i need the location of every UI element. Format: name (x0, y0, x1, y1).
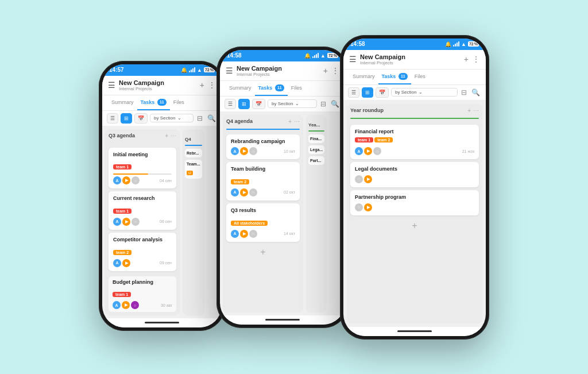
tab-tasks-left[interactable]: Tasks 11 (137, 95, 170, 110)
tag-budget: team 1 (113, 292, 131, 297)
filter-icon-r[interactable]: ⊟ (460, 87, 468, 98)
wifi-icon-m: ▲ (320, 53, 326, 59)
app-title-left: New Campaign (119, 79, 200, 86)
more-icon-left[interactable]: ⋮ (208, 80, 216, 90)
col-add-q4[interactable]: + (288, 118, 292, 125)
tab-tasks-m[interactable]: Tasks 11 (255, 81, 288, 96)
tab-tasks-r[interactable]: Tasks 11 (378, 70, 411, 84)
list-view-btn-r[interactable]: ☰ (348, 87, 359, 98)
signal-icon-r (453, 41, 459, 47)
menu-icon-r[interactable]: ☰ (349, 55, 357, 64)
section-label-m: by Section (272, 101, 293, 106)
date-budget: 30 авг (161, 303, 172, 307)
avatar-qr3: ○ (249, 230, 257, 238)
list-view-btn-m[interactable]: ☰ (225, 99, 236, 109)
tab-files-r[interactable]: Files (411, 70, 429, 84)
section-select-m[interactable]: by Section ⌄ (268, 99, 317, 108)
tab-files-m[interactable]: Files (288, 82, 305, 95)
more-icon-m[interactable]: ⋮ (331, 66, 339, 75)
card-q3-results[interactable]: Q3 results All stakeholders A ▶ ○ 14 окт (226, 203, 300, 242)
add-icon-left[interactable]: + (200, 80, 204, 90)
col-add-year[interactable]: + (467, 107, 471, 114)
avatar-rb1: A (231, 147, 239, 155)
more-icon-r[interactable]: ⋮ (472, 55, 480, 64)
board-view-btn-left[interactable]: ⊞ (121, 113, 132, 124)
status-bar-middle: 14:58 🔔 ▲ 72% (220, 50, 345, 61)
board-view-btn-r[interactable]: ⊞ (362, 87, 373, 98)
add-card-year[interactable]: + (350, 218, 479, 233)
tabs-middle: Summary Tasks 11 Files (220, 81, 345, 97)
menu-icon-m[interactable]: ☰ (226, 66, 233, 75)
card-budget[interactable]: Budget planning team 1 A ▶ ○ 30 авг (109, 276, 176, 313)
menu-icon-left[interactable]: ☰ (108, 80, 115, 90)
progress-initial (113, 173, 172, 175)
chevron-icon-left: ⌄ (177, 115, 181, 121)
filter-icon-left[interactable]: ⊟ (196, 113, 204, 124)
search-icon-m[interactable]: 🔍 (330, 99, 341, 109)
add-card-q4[interactable]: + (226, 245, 300, 260)
section-select-r[interactable]: by Section ⌄ (391, 88, 458, 97)
battery-r: 72% (468, 41, 479, 47)
avatar-tb3: ○ (249, 188, 257, 196)
toolbar-right: ☰ ⊞ 📅 by Section ⌄ ⊟ 🔍 (343, 85, 486, 101)
col-year-partial: Yea... Fina... Lega... Part... (306, 115, 327, 313)
kanban-middle: Q4 agenda + ⋯ Rebranding campaign (220, 112, 345, 315)
partial-tag: t2 (187, 171, 193, 175)
col-title-q3: Q3 agenda (109, 133, 135, 138)
avatar-r2: ▶ (122, 218, 130, 226)
avatar-b1: A (113, 301, 121, 309)
board-view-btn-m[interactable]: ⊞ (238, 99, 250, 109)
wifi-icon-r: ▲ (461, 41, 466, 47)
partial-card-lega: Lega... (310, 148, 323, 152)
tab-summary-m[interactable]: Summary (226, 82, 255, 95)
card-legal[interactable]: Legal documents ○ ▶ (350, 162, 479, 187)
partial-title-q4: Q4 (185, 137, 191, 142)
card-competitor[interactable]: Competitor analysis team 2 A ▶ 09 сен (109, 233, 176, 271)
date-financial: 21 нoя (462, 149, 474, 153)
card-title-q3results: Q3 results (231, 207, 295, 214)
col-add-q3[interactable]: + (165, 133, 168, 139)
filter-icon-m[interactable]: ⊟ (319, 99, 327, 109)
bell-icon-m: 🔔 (304, 53, 311, 59)
card-title-legal: Legal documents (355, 166, 474, 173)
col-more-year[interactable]: ⋯ (473, 107, 479, 114)
card-partnership[interactable]: Partnership program ○ ▶ (350, 190, 479, 215)
avatar-tb1: A (231, 188, 239, 196)
card-title-partnership: Partnership program (355, 194, 474, 201)
toolbar-left: ☰ ⊞ 📅 by Section ⌄ ⊟ 🔍 (102, 111, 222, 126)
card-title-competitor: Competitor analysis (113, 237, 172, 244)
col-more-q4[interactable]: ⋯ (294, 118, 300, 125)
status-icons-middle: 🔔 ▲ 72% (304, 53, 338, 59)
calendar-view-btn-r[interactable]: 📅 (376, 87, 389, 98)
avatar-3: ○ (131, 176, 140, 184)
calendar-view-btn-m[interactable]: 📅 (252, 99, 265, 109)
card-current-research[interactable]: Current research team 1 A ▶ ○ 06 сен (109, 191, 176, 230)
avatar-p1: ○ (355, 203, 363, 211)
tag-team2-building: team 2 (231, 179, 249, 184)
home-indicator-right (343, 327, 486, 336)
card-financial[interactable]: Financial report team 1 team 2 A ▶ (350, 125, 479, 160)
search-icon-r[interactable]: 🔍 (470, 87, 481, 98)
tag-stakeholders: All stakeholders (231, 221, 268, 226)
home-indicator-middle (220, 315, 345, 325)
card-initial-meeting[interactable]: Initial meeting team 1 A ▶ ○ (109, 148, 176, 189)
toolbar-middle: ☰ ⊞ 📅 by Section ⌄ ⊟ 🔍 (220, 97, 345, 112)
col-more-q3[interactable]: ⋯ (171, 133, 176, 139)
battery-icon: 72% (204, 67, 215, 72)
date-rebranding: 10 окт (284, 149, 295, 153)
add-icon-m[interactable]: + (323, 66, 328, 75)
col-q3: Q3 agenda + ⋯ Initial meeting team 1 (105, 129, 180, 315)
phone-middle: 14:58 🔔 ▲ 72% (216, 47, 349, 328)
list-view-btn-left[interactable]: ☰ (107, 113, 118, 124)
section-select-left[interactable]: by Section ⌄ (150, 114, 194, 122)
search-icon-left[interactable]: 🔍 (206, 113, 217, 124)
card-rebranding[interactable]: Rebranding campaign A ▶ ○ 10 окт (226, 134, 300, 160)
tab-summary-r[interactable]: Summary (349, 70, 378, 84)
col-title-q4: Q4 agenda (226, 118, 253, 124)
add-icon-r[interactable]: + (464, 55, 469, 64)
col-divider-q4 (226, 129, 300, 130)
tab-files-left[interactable]: Files (170, 96, 188, 110)
card-team-building[interactable]: Team building team 2 A ▶ ○ 02 окт (226, 162, 300, 201)
calendar-view-btn-left[interactable]: 📅 (134, 113, 148, 124)
tab-summary-left[interactable]: Summary (108, 96, 137, 110)
